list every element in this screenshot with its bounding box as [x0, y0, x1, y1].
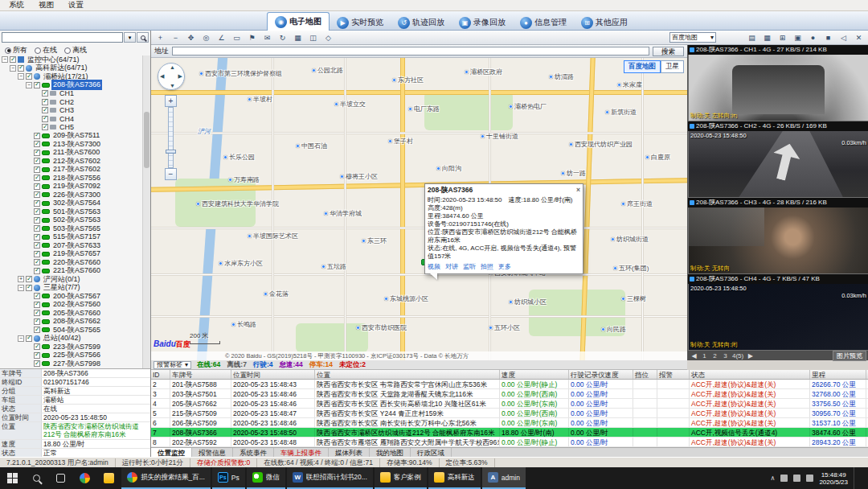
tree-checkbox[interactable] — [10, 56, 16, 63]
layout-9-icon[interactable]: ⊞ — [776, 31, 789, 43]
bottom-tab[interactable]: 报警信息 — [192, 448, 233, 458]
tree-checkbox[interactable] — [34, 82, 40, 88]
audio-icon[interactable]: ◁ — [837, 31, 850, 43]
tree-checkbox[interactable] — [34, 208, 40, 215]
tree-checkbox[interactable] — [34, 293, 40, 299]
nav-tab[interactable]: ▶实时预览 — [330, 14, 391, 31]
snapshot-icon[interactable]: ▣ — [791, 31, 805, 43]
bottom-tab[interactable]: 媒体列表 — [329, 448, 370, 458]
close-all-icon[interactable]: ✕ — [852, 31, 866, 43]
close-icon[interactable]: × — [576, 186, 580, 195]
tree-checkbox[interactable] — [34, 225, 40, 232]
popup-link[interactable]: 拍照 — [481, 262, 493, 271]
collapse-icon[interactable]: − — [18, 335, 24, 342]
video-frame[interactable]: 制动:关 无转向 — [689, 208, 868, 273]
refresh-icon[interactable]: ↻ — [276, 31, 289, 43]
message-icon[interactable]: ✉ — [260, 31, 274, 43]
layers-icon[interactable]: ◫ — [306, 31, 320, 43]
network-icon[interactable] — [780, 475, 788, 482]
bottom-tab[interactable]: 行政区域 — [411, 448, 452, 458]
column-header[interactable]: 车牌号 — [170, 370, 231, 379]
tree-checkbox[interactable] — [42, 116, 48, 122]
zoom-out-icon[interactable]: − — [169, 31, 182, 43]
expand-icon[interactable]: + — [18, 276, 24, 282]
tree-checkbox[interactable] — [34, 183, 40, 190]
pager-prev-icon[interactable]: ◀ — [690, 352, 698, 360]
popup-link[interactable]: 对讲 — [445, 262, 458, 271]
column-header[interactable]: 里程 — [810, 370, 866, 379]
bottom-tab[interactable]: 我的地图 — [370, 448, 411, 458]
collapse-icon[interactable]: − — [18, 285, 24, 291]
column-header[interactable]: 挡位 — [633, 370, 657, 379]
filter-radio[interactable]: 所有 — [5, 45, 27, 55]
tree-checkbox[interactable] — [42, 124, 48, 130]
filter-radio[interactable]: 在线 — [35, 45, 57, 55]
tree-checkbox[interactable] — [34, 191, 40, 198]
tree-checkbox[interactable] — [34, 234, 40, 240]
video-frame[interactable]: 2020-05-23 15:48:500.03km/h — [689, 131, 868, 197]
pinned-folder[interactable] — [96, 467, 121, 489]
measure-distance-icon[interactable]: ∠ — [215, 31, 228, 43]
nav-tab[interactable]: ●信息管理 — [513, 14, 574, 31]
tree-checkbox[interactable] — [34, 158, 40, 164]
popup-link[interactable]: 更多 — [498, 262, 511, 271]
tree-checkbox[interactable] — [34, 200, 40, 207]
zoom-slider[interactable] — [168, 107, 174, 168]
marker-flag-icon[interactable]: ⚑ — [245, 31, 259, 43]
dropdown-button[interactable]: ▾ — [124, 32, 136, 43]
bottom-tab[interactable]: 系统事件 — [233, 448, 274, 458]
record-icon[interactable]: ● — [806, 31, 820, 43]
column-header[interactable]: 报警 — [657, 370, 690, 379]
collapse-icon[interactable]: − — [18, 73, 24, 80]
fullscreen-icon[interactable]: ◇ — [321, 31, 335, 43]
address-input[interactable] — [172, 47, 649, 55]
tree-checkbox[interactable] — [34, 352, 40, 359]
nav-tab[interactable]: ◉电子地图 — [267, 12, 330, 31]
table-row[interactable]: 8202-陕AS75922020-05-23 15:48:48陕西省西安市雁塔区… — [151, 438, 868, 447]
layout-4-icon[interactable]: ▦ — [760, 31, 774, 43]
nav-tab[interactable]: ▣录像回放 — [452, 14, 513, 31]
map-pan-control[interactable]: ▲ ▼ ◀ ▶ — [158, 63, 185, 90]
tree-checkbox[interactable] — [18, 65, 24, 72]
tree-checkbox[interactable] — [42, 107, 48, 113]
tree-item[interactable]: CH4 — [0, 115, 143, 124]
tree-checkbox[interactable] — [34, 150, 40, 156]
grid-icon[interactable]: ▦ — [291, 31, 305, 43]
nav-tab[interactable]: ⊞其他应用 — [574, 14, 635, 31]
pan-right-icon[interactable]: ▶ — [178, 73, 182, 80]
scrollbar-thumb[interactable] — [144, 112, 149, 168]
popup-link[interactable]: 监听 — [463, 262, 476, 271]
pan-down-icon[interactable]: ▼ — [170, 83, 175, 88]
collapse-icon[interactable]: − — [26, 82, 32, 88]
layout-1-icon[interactable]: ▤ — [745, 31, 759, 43]
video-frame[interactable]: 制动:关 左转向:闭 — [689, 55, 868, 121]
map-canvas[interactable]: 西安市第三环境保护督察组公园北路东方社区灞桥区政府纺渭路米家崖半坡村半坡立交浐河… — [151, 58, 687, 360]
column-header[interactable]: 状态 — [690, 370, 810, 379]
start-button[interactable] — [0, 467, 24, 489]
bottom-tab[interactable]: 位置监控 — [151, 448, 192, 458]
tree-checkbox[interactable] — [26, 335, 32, 342]
taskbar-window[interactable]: W联想招商计划书20... — [287, 467, 373, 489]
pan-up-icon[interactable]: ▲ — [170, 64, 175, 70]
tree-checkbox[interactable] — [34, 327, 40, 333]
search-button[interactable] — [137, 32, 149, 43]
tree-item[interactable]: CH1 — [0, 89, 143, 98]
maptype-button[interactable]: 百度地图 — [624, 60, 661, 73]
tree-checkbox[interactable] — [34, 318, 40, 325]
tray-expand-icon[interactable]: ∧ — [771, 475, 776, 482]
image-preview-tab[interactable]: 图片预览 — [833, 351, 866, 361]
filter-radio[interactable]: 离线 — [64, 45, 87, 55]
pager-page[interactable]: 4(5) — [732, 352, 743, 360]
taskbar-window[interactable]: 损失的搜索结果_百... — [121, 467, 211, 489]
taskbar-window[interactable]: Aadmin — [482, 467, 526, 489]
table-row[interactable]: 3203-陕AS75012020-05-23 15:48:46陕西省西安市长安区… — [151, 389, 868, 399]
input-method-icon[interactable] — [806, 475, 813, 482]
tree-checkbox[interactable] — [34, 141, 40, 147]
measure-area-icon[interactable]: ▭ — [230, 31, 244, 43]
tree-checkbox[interactable] — [42, 90, 48, 97]
tree-checkbox[interactable] — [34, 175, 40, 181]
tree-checkbox[interactable] — [34, 251, 40, 257]
alarm-filter-dropdown[interactable]: 报警标签 ▾ — [154, 361, 191, 369]
tree-checkbox[interactable] — [34, 302, 40, 308]
taskbar-window[interactable]: PsPs — [212, 467, 245, 489]
